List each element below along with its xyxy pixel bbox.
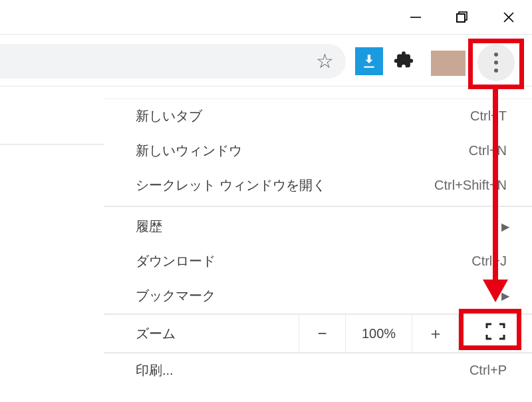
menu-label: ブックマーク <box>104 287 215 305</box>
download-extension-icon[interactable] <box>355 47 383 75</box>
menu-item-downloads[interactable]: ダウンロード Ctrl+J <box>104 244 532 279</box>
puzzle-icon <box>392 49 415 71</box>
fullscreen-icon <box>485 323 505 344</box>
menu-item-incognito[interactable]: シークレット ウィンドウを開く Ctrl+Shift+N <box>104 168 532 203</box>
chevron-right-icon: ▶ <box>501 220 532 233</box>
more-menu-button[interactable] <box>477 44 515 81</box>
maximize-button[interactable] <box>439 0 485 35</box>
profile-avatar[interactable] <box>431 51 466 76</box>
close-icon <box>502 11 515 24</box>
menu-label: 新しいタブ <box>104 107 202 125</box>
menu-shortcut: Ctrl+N <box>469 143 532 158</box>
menu-item-new-window[interactable]: 新しいウィンドウ Ctrl+N <box>104 134 532 168</box>
menu-shortcut: Ctrl+J <box>471 254 532 269</box>
zoom-value: 100% <box>346 315 412 352</box>
browser-toolbar: ☆ <box>0 35 532 87</box>
menu-item-history[interactable]: 履歴 ▶ <box>104 210 532 244</box>
chevron-right-icon: ▶ <box>501 290 532 302</box>
address-bar[interactable]: ☆ <box>0 44 346 79</box>
chrome-main-menu: 新しいタブ Ctrl+T 新しいウィンドウ Ctrl+N シークレット ウィンド… <box>104 99 532 388</box>
menu-item-bookmarks[interactable]: ブックマーク ▶ <box>104 279 532 313</box>
extension-icons <box>355 44 415 79</box>
zoom-in-button[interactable]: ＋ <box>412 315 459 352</box>
menu-label: 印刷... <box>104 361 174 379</box>
window-controls <box>0 0 532 35</box>
divider <box>0 144 104 145</box>
zoom-label: ズーム <box>104 315 299 352</box>
menu-label: ダウンロード <box>104 252 215 270</box>
menu-item-new-tab[interactable]: 新しいタブ Ctrl+T <box>104 99 532 134</box>
menu-label: 履歴 <box>104 218 162 236</box>
svg-point-8 <box>494 61 498 65</box>
minimize-icon <box>409 11 422 24</box>
svg-rect-6 <box>364 67 374 68</box>
close-button[interactable] <box>485 0 532 35</box>
menu-shortcut: Ctrl+T <box>470 108 532 124</box>
vertical-dots-icon <box>493 51 499 74</box>
menu-separator <box>104 206 532 207</box>
zoom-out-button[interactable]: − <box>299 315 346 352</box>
menu-label: シークレット ウィンドウを開く <box>104 176 326 194</box>
bookmark-star-icon[interactable]: ☆ <box>316 51 334 71</box>
fullscreen-button[interactable] <box>459 315 532 352</box>
menu-item-print[interactable]: 印刷... Ctrl+P <box>104 353 532 388</box>
svg-point-7 <box>494 53 498 57</box>
extensions-icon[interactable] <box>392 49 415 75</box>
minimize-button[interactable] <box>392 0 439 35</box>
download-arrow-icon <box>360 53 378 70</box>
menu-item-zoom: ズーム − 100% ＋ <box>104 313 532 353</box>
menu-label: 新しいウィンドウ <box>104 142 242 160</box>
menu-shortcut: Ctrl+P <box>469 363 532 378</box>
svg-point-9 <box>494 69 498 73</box>
svg-rect-2 <box>457 14 465 22</box>
menu-shortcut: Ctrl+Shift+N <box>434 178 532 193</box>
maximize-icon <box>456 11 469 24</box>
